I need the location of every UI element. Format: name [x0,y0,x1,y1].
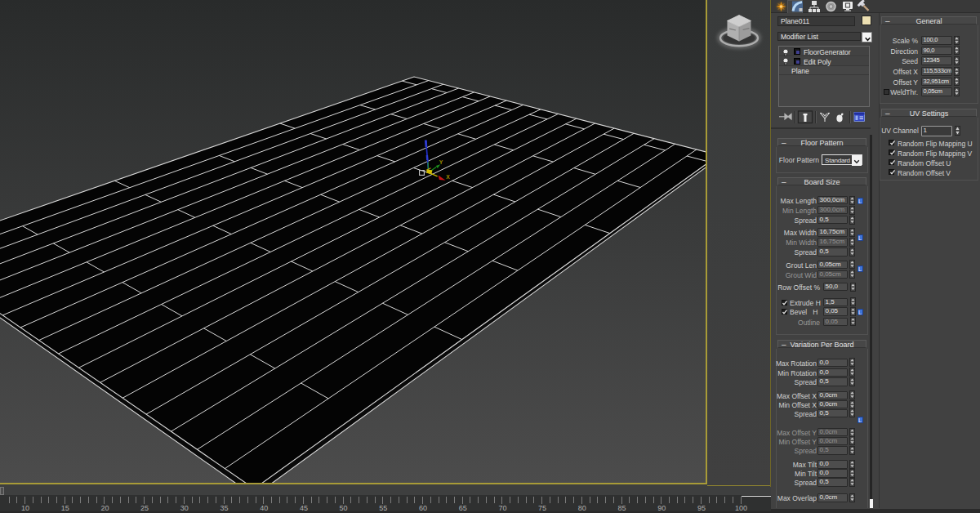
svg-text:X: X [446,174,450,180]
svg-text:Y: Y [439,159,443,165]
